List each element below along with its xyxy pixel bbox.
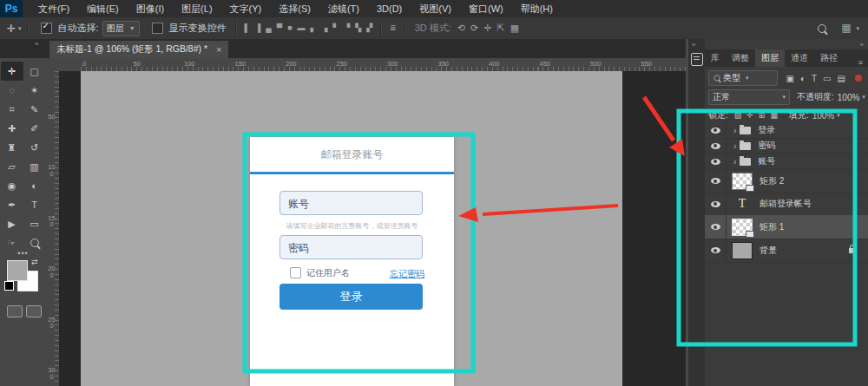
lock-icon-3[interactable]: ▦ (770, 111, 778, 120)
default-colors-icon[interactable] (4, 281, 14, 291)
path-select-tool[interactable]: ▶ (1, 214, 23, 233)
align-icon-0[interactable]: ▌ (245, 18, 250, 38)
eraser-tool[interactable]: ▱ (1, 157, 23, 176)
visibility-cell[interactable] (705, 122, 727, 138)
3d-mode-icon-3[interactable]: ⇱ (497, 18, 505, 38)
visibility-cell[interactable] (705, 138, 727, 154)
history-panel-icon[interactable] (691, 53, 703, 66)
workspace-icon[interactable]: ▦ (841, 18, 851, 38)
eye-icon[interactable] (711, 247, 720, 253)
dodge-tool[interactable]: ◐ (23, 176, 46, 195)
search-icon[interactable] (818, 24, 826, 33)
panel-tab-库[interactable]: 库 (705, 49, 726, 67)
fill-value[interactable]: 100% (812, 111, 835, 121)
filter-toggle-icon[interactable] (855, 75, 862, 82)
quick-mask-button[interactable] (7, 305, 23, 317)
align-icon-9[interactable]: ▝ (344, 18, 350, 38)
layer-row-密码[interactable]: ›密码 (705, 138, 868, 154)
menu-item-0[interactable]: 文件(F) (30, 0, 78, 17)
canvas[interactable]: 邮箱登录账号 账号 请填写企业邮箱的完整账号，或管理员账号 密码 记住用户名 忘… (81, 71, 622, 386)
opacity-value[interactable]: 100% (838, 93, 860, 102)
eye-icon[interactable] (711, 201, 720, 207)
visibility-cell[interactable] (705, 169, 727, 193)
align-icon-10[interactable]: ▚ (355, 18, 361, 38)
eye-icon[interactable] (711, 159, 720, 165)
expand-dock-icon[interactable]: » (692, 41, 695, 49)
layer-row-背景[interactable]: 背景 (705, 239, 868, 263)
eye-icon[interactable] (711, 178, 720, 184)
lock-icon-0[interactable]: ▨ (734, 111, 742, 120)
lasso-tool[interactable]: ◌ (1, 81, 23, 100)
expand-chevron-icon[interactable]: › (733, 141, 736, 151)
magic-wand-tool[interactable]: ✶ (23, 81, 46, 100)
align-icon-6[interactable]: ▖ (311, 18, 317, 38)
menu-item-8[interactable]: 视图(V) (411, 0, 460, 17)
eyedropper-tool[interactable]: ✎ (23, 100, 46, 119)
blend-mode-dropdown[interactable]: 正常 ▾ (708, 89, 790, 105)
filter-icon-2[interactable]: T (812, 74, 817, 83)
align-icon-3[interactable]: ▀ (277, 18, 282, 38)
visibility-cell[interactable] (705, 239, 727, 262)
layer-row-邮箱登录帐号[interactable]: T邮箱登录帐号 (705, 193, 868, 216)
lock-icon-2[interactable]: ⊞ (759, 111, 766, 120)
auto-select-dropdown[interactable]: 图层 ▼ (102, 21, 140, 36)
menu-item-1[interactable]: 编辑(E) (78, 0, 128, 17)
filter-icon-1[interactable]: ◐ (800, 74, 806, 83)
shape-thumbnail[interactable] (732, 173, 753, 190)
panel-tab-menu-icon[interactable]: ≡ (858, 58, 863, 67)
align-icon-2[interactable]: ▄ (266, 18, 271, 38)
screen-mode-button[interactable] (26, 305, 42, 317)
menu-item-3[interactable]: 图层(L) (173, 0, 220, 17)
chevron-down-icon[interactable]: ▾ (862, 94, 865, 101)
foreground-color[interactable] (7, 260, 28, 281)
visibility-cell[interactable] (705, 154, 727, 169)
move-tool[interactable]: ✛ (1, 62, 23, 81)
gradient-tool[interactable]: ▥ (23, 157, 46, 176)
pen-tool[interactable]: ✒ (1, 195, 23, 214)
expand-chevron-icon[interactable]: › (733, 157, 736, 167)
filter-icon-3[interactable]: ▭ (823, 74, 831, 83)
shape-thumbnail[interactable] (732, 219, 753, 236)
eye-icon[interactable] (711, 128, 720, 134)
shape-tool[interactable]: ▭ (23, 214, 46, 233)
menu-item-5[interactable]: 选择(S) (270, 0, 319, 17)
align-icon-5[interactable]: ▬ (298, 18, 306, 38)
document-pane[interactable]: 邮箱登录账号 账号 请填写企业邮箱的完整账号，或管理员账号 密码 记住用户名 忘… (59, 71, 686, 386)
panel-tab-通道[interactable]: 通道 (785, 49, 814, 67)
align-icon-1[interactable]: ▐ (255, 18, 260, 38)
visibility-cell[interactable] (705, 193, 727, 215)
layer-row-账号[interactable]: ›账号 (705, 154, 868, 170)
healing-brush-tool[interactable]: ✚ (1, 119, 23, 138)
collapse-dock-icon[interactable]: » (860, 41, 864, 49)
blur-tool[interactable]: ◉ (1, 176, 23, 195)
chevron-down-icon[interactable]: ▾ (837, 112, 840, 119)
menu-item-4[interactable]: 文字(Y) (221, 0, 271, 17)
marquee-tool[interactable]: ▢ (23, 62, 46, 81)
panel-tab-图层[interactable]: 图层 (755, 49, 785, 67)
show-transform-checkbox[interactable] (152, 23, 163, 34)
auto-select-checkbox[interactable] (41, 23, 52, 34)
align-icon-11[interactable]: ▞ (366, 18, 372, 38)
menu-item-6[interactable]: 滤镜(T) (319, 0, 368, 17)
tools-more[interactable]: ••• (0, 247, 46, 258)
align-icon-8[interactable]: ▘ (332, 18, 339, 38)
3d-mode-icon-4[interactable]: ▦ (510, 18, 519, 38)
align-icon-4[interactable]: ■ (287, 18, 292, 38)
filter-type-dropdown[interactable]: 类型 ▾ (708, 70, 778, 86)
brush-tool[interactable]: ✐ (23, 119, 46, 138)
layer-row-矩形 2[interactable]: 矩形 2 (705, 169, 868, 193)
filter-icon-0[interactable]: ▣ (786, 74, 794, 83)
layer-row-登录[interactable]: ›登录 (705, 122, 868, 139)
history-brush-tool[interactable]: ↺ (23, 138, 46, 157)
visibility-cell[interactable] (705, 215, 727, 239)
distribute-icon[interactable]: ≣ (390, 18, 397, 38)
layer-row-矩形 1[interactable]: 矩形 1 (705, 215, 868, 239)
lock-icon-1[interactable]: ✛ (746, 111, 753, 120)
background-thumbnail[interactable] (732, 242, 753, 259)
menu-item-7[interactable]: 3D(D) (368, 0, 411, 17)
panel-tab-调整[interactable]: 调整 (726, 49, 755, 67)
expand-chevron-icon[interactable]: › (733, 126, 736, 135)
type-tool[interactable]: T (23, 195, 46, 214)
filter-icon-4[interactable]: ▤ (838, 74, 845, 83)
eye-icon[interactable] (711, 143, 720, 149)
